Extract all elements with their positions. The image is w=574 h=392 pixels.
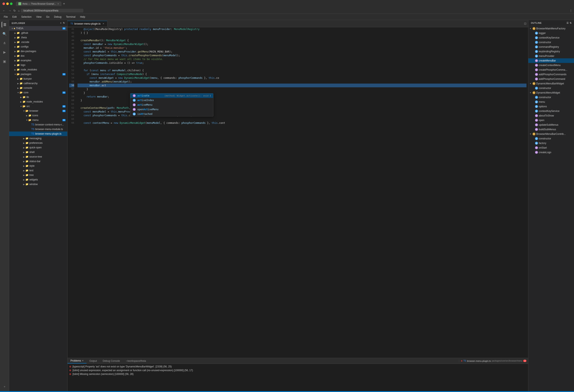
search-activity-icon[interactable]: 🔍 <box>2 31 7 37</box>
panel-tab-debug-console[interactable]: Debug Console <box>100 359 123 363</box>
tree-item-style[interactable]: ▶ 📁 style <box>9 164 67 168</box>
tree-item-configs[interactable]: ▶ 📁 configs <box>9 44 67 49</box>
tree-item-node-modules[interactable]: ▶ 📁 node_modules <box>9 67 67 72</box>
outline-item-contextKeyService2[interactable]: p contextKeyService <box>528 109 574 113</box>
tree-item-dev-packages[interactable]: ▶ 📁 dev-packages <box>9 49 67 54</box>
new-file-icon[interactable]: + <box>60 22 62 24</box>
tree-item-theia[interactable]: ▼ ■ THEIA M <box>9 26 67 31</box>
tree-item-browser[interactable]: ▼ 📂 browser M <box>9 109 67 113</box>
tree-item-window[interactable]: ▶ 📁 window <box>9 182 67 186</box>
tree-item-src[interactable]: ▼ 📂 src M <box>9 104 67 109</box>
tree-item-doc[interactable]: ▶ 📁 doc <box>9 54 67 58</box>
panel-tab-problems[interactable]: Problems ✕ <box>67 358 86 363</box>
close-window-button[interactable] <box>2 2 5 5</box>
debug-activity-icon[interactable]: ▶ <box>2 49 7 55</box>
autocomplete-item-activeMenu[interactable]: m activeMenu <box>130 103 213 107</box>
outline-item-createPhosphorComma[interactable]: m createPhosphorComma... <box>528 67 574 72</box>
tree-item-lib[interactable]: ▶ 📁 lib <box>9 95 67 99</box>
tree-item-core[interactable]: ▼ 📂 core M <box>9 90 67 95</box>
outline-item-onStart[interactable]: m onStart <box>528 145 574 150</box>
tree-item-menu-plugin[interactable]: TS browser-menu-plugin.ts <box>9 131 67 136</box>
tree-item-widgets[interactable]: ▶ 📁 widgets <box>9 177 67 182</box>
autocomplete-item-activate[interactable]: m activate (method) Widget.activate(): v… <box>130 93 213 98</box>
tree-item-status-bar[interactable]: ▶ 📁 status-bar <box>9 159 67 164</box>
outline-item-constructor4[interactable]: c constructor <box>528 136 574 141</box>
outline-item-addPhosphorCommand[interactable]: m addPhosphorCommand <box>528 77 574 81</box>
problems-tab-close[interactable]: ✕ <box>82 359 83 362</box>
tree-item-packages[interactable]: ▼ 📂 packages M <box>9 72 67 77</box>
tree-item-bunyan[interactable]: ▶ 📁 bunyan <box>9 77 67 81</box>
tree-item-shell[interactable]: ▶ 📁 shell <box>9 150 67 154</box>
extensions-activity-icon[interactable]: ▣ <box>2 58 7 64</box>
outline-item-constructor2[interactable]: c constructor <box>528 86 574 90</box>
tree-item-console[interactable]: ▶ 📁 console <box>9 86 67 90</box>
scm-activity-icon[interactable]: ⋔ <box>2 40 7 46</box>
problem-file-tab[interactable]: ⊗ TS browser-menu-plugin.ts packages/cor… <box>459 360 528 362</box>
outline-item-updateSubMenus[interactable]: m updateSubMenus <box>528 123 574 127</box>
editor-tab-menu-plugin[interactable]: TS browser-menu-plugin.ts ✕ <box>67 21 107 26</box>
menu-edit[interactable]: Edit <box>10 15 19 19</box>
outline-item-keybindingRegistry[interactable]: p keybindingRegistry <box>528 49 574 54</box>
outline-item-aboutToShow[interactable]: m aboutToShow <box>528 113 574 118</box>
outline-item-addPhosphorCommands[interactable]: m addPhosphorCommands <box>528 72 574 77</box>
outline-item-DynamicMenuBarWidget[interactable]: ▼ C DynamicMenuBarWidget <box>528 81 574 86</box>
tree-item-vscode[interactable]: ▶ 📁 .vscode <box>9 40 67 44</box>
tree-item-icons[interactable]: ▶ 📁 icons <box>9 113 67 118</box>
tree-item-examples[interactable]: ▶ 📁 examples <box>9 58 67 63</box>
home-button[interactable]: ⌂ <box>17 9 20 13</box>
tree-item-source-tree[interactable]: ▶ 📁 source-tree <box>9 154 67 159</box>
tree-item-github[interactable]: ▶ 📁 .github <box>9 31 67 35</box>
menu-help[interactable]: Help <box>78 15 87 19</box>
url-display[interactable]: localhost:3000/workspace/theia <box>21 9 83 13</box>
tree-item-menu-module[interactable]: TS browser-menu-module.ts <box>9 127 67 131</box>
tree-item-context-menu-r[interactable]: TS browser-context-menu-r... <box>9 122 67 127</box>
tree-item-menu[interactable]: ▼ 📂 menu M <box>9 118 67 122</box>
menu-go[interactable]: Go <box>44 15 51 19</box>
outline-item-contextKeyService[interactable]: p contextKeyService <box>528 35 574 40</box>
code-content[interactable]: @inject(MenuModelRegistry) protected rea… <box>76 27 528 358</box>
back-button[interactable]: ← <box>2 9 6 13</box>
outline-item-BrowserMenuBarContrib[interactable]: ▼ C BrowserMenuBarContrib... <box>528 132 574 136</box>
tab-close-button[interactable]: ✕ <box>102 22 104 25</box>
explorer-activity-icon[interactable]: ☰ <box>2 22 7 27</box>
tree-item-tree[interactable]: ▶ 📁 tree <box>9 173 67 177</box>
panel-tab-output[interactable]: Output <box>86 359 100 363</box>
outline-item-menu[interactable]: p menu <box>528 100 574 104</box>
outline-item-createMenuBar[interactable]: m createMenuBar <box>528 58 574 63</box>
menu-selection[interactable]: Selection <box>19 15 34 19</box>
autocomplete-item-activeIndex[interactable]: p activeIndex <box>130 98 213 103</box>
tree-item-messaging[interactable]: ▶ 📁 messaging <box>9 136 67 141</box>
outline-item-options[interactable]: p options <box>528 104 574 109</box>
tree-item-node-modules2[interactable]: ▶ 📁 node_modules <box>9 99 67 104</box>
outline-menu-icon[interactable]: ☰ <box>567 22 569 24</box>
outline-item-DynamicMenuWidget[interactable]: ▼ C DynamicMenuWidget <box>528 90 574 95</box>
outline-item-constructor3[interactable]: c constructor <box>528 95 574 100</box>
panel-tab-terminal[interactable]: ~/workspace/theia <box>123 359 149 363</box>
autocomplete-item-isAttached[interactable]: p isAttached <box>130 112 213 116</box>
outline-item-constructor1[interactable]: c constructor <box>528 40 574 45</box>
outline-item-createContextMenu[interactable]: m createContextMenu <box>528 63 574 67</box>
tree-item-callhierarchy[interactable]: ▶ 📁 callhierarchy <box>9 81 67 86</box>
outline-item-BrowserMainMenuFactory[interactable]: ▼ C BrowserMainMenuFactory <box>528 26 574 31</box>
refresh-icon[interactable]: ↻ <box>63 22 65 24</box>
outline-item-createLogo[interactable]: m createLogo <box>528 150 574 155</box>
forward-button[interactable]: → <box>7 9 12 13</box>
tree-item-quick-open[interactable]: ▶ 📁 quick-open <box>9 145 67 150</box>
outline-item-commandRegistry[interactable]: p commandRegistry <box>528 45 574 49</box>
git-graph-icon[interactable]: ⚬ <box>2 384 7 390</box>
tree-item-preferences[interactable]: ▶ 📁 preferences <box>9 141 67 145</box>
split-editor-button[interactable]: ⊡ <box>522 22 528 25</box>
outline-item-open[interactable]: m open <box>528 118 574 123</box>
fullscreen-window-button[interactable] <box>10 2 13 5</box>
autocomplete-item-openActiveMenu[interactable]: m openActiveMenu <box>130 107 213 112</box>
menu-view[interactable]: View <box>34 15 43 19</box>
tree-item-logo[interactable]: ▶ 📁 logo <box>9 63 67 67</box>
outline-item-menuProvider[interactable]: p menuProvider <box>528 54 574 58</box>
menu-file[interactable]: File <box>2 15 10 19</box>
menu-terminal[interactable]: Terminal <box>64 15 78 19</box>
reload-button[interactable]: ↻ <box>13 9 17 13</box>
minimize-window-button[interactable] <box>6 2 9 5</box>
outline-sort-icon[interactable]: ⇅ <box>570 22 572 24</box>
tree-item-theia-cfg[interactable]: ▶ 📁 .theia <box>9 35 67 40</box>
outline-item-factory[interactable]: p factory <box>528 141 574 145</box>
